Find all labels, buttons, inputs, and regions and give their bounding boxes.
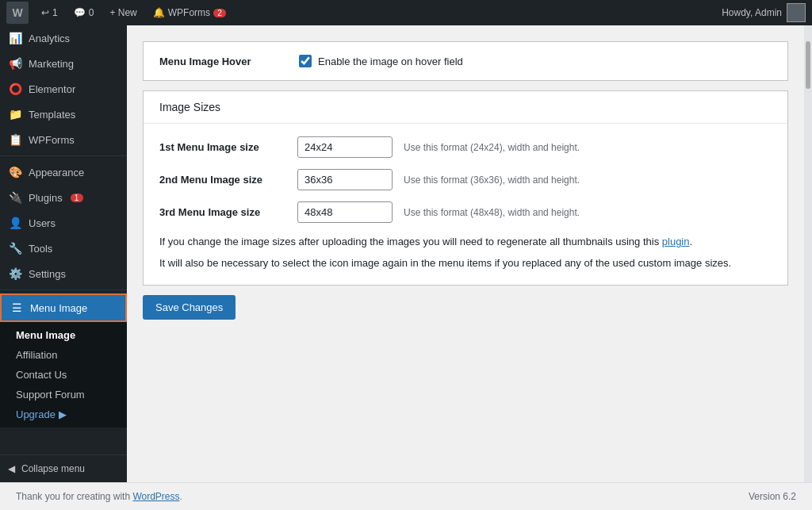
footer-version: Version 6.2	[749, 491, 796, 502]
sidebar-item-marketing-label: Marketing	[29, 58, 74, 70]
field-label-1: 1st Menu Image size	[159, 141, 286, 153]
sidebar-item-appearance[interactable]: 🎨 Appearance	[0, 159, 127, 185]
templates-icon: 📁	[8, 108, 22, 121]
plugin-link[interactable]: plugin	[662, 236, 690, 247]
sidebar-item-settings-label: Settings	[29, 268, 66, 280]
sidebar-item-menu-image[interactable]: ☰ Menu Image	[0, 293, 127, 322]
elementor-icon: ⭕	[8, 82, 22, 95]
submenu-menu-image-label: Menu Image	[16, 329, 75, 341]
content-area: Menu Image Hover Enable the image on hov…	[127, 25, 804, 482]
top-bar: W ↩ 1 💬 0 + New 🔔 WPForms 2 Howdy, Admin	[0, 0, 812, 25]
notice-line1: If you change the image sizes after uplo…	[159, 236, 662, 247]
marketing-icon: 📢	[8, 57, 22, 70]
sidebar-sep-2	[0, 290, 127, 290]
hover-label: Menu Image Hover	[159, 56, 286, 67]
collapse-icon: ◀	[8, 463, 15, 474]
sidebar-item-marketing[interactable]: 📢 Marketing	[0, 51, 127, 76]
appearance-icon: 🎨	[8, 166, 22, 178]
field-input-1[interactable]: 24x24	[297, 136, 393, 158]
sidebar-item-analytics-label: Analytics	[29, 33, 70, 44]
menu-image-icon: ☰	[10, 301, 24, 314]
field-input-3[interactable]: 48x48	[297, 201, 393, 223]
sidebar-item-wpforms-label: WPForms	[29, 134, 75, 146]
wordpress-link[interactable]: WordPress	[132, 491, 179, 502]
sidebar-item-menu-image-label: Menu Image	[30, 302, 87, 314]
avatar	[787, 3, 806, 22]
footer-text: Thank you for creating with WordPress.	[16, 491, 182, 502]
submenu-item-contact-us[interactable]: Contact Us	[0, 365, 127, 385]
field-hint-1: Use this format (24x24), width and heigh…	[404, 142, 580, 153]
sidebar-item-elementor-label: Elementor	[29, 83, 75, 95]
wp-logo[interactable]: W	[6, 2, 29, 24]
submenu-support-forum-label: Support Forum	[16, 389, 85, 401]
new-button[interactable]: + New	[106, 7, 140, 18]
sidebar-item-appearance-label: Appearance	[29, 167, 84, 178]
sidebar-item-templates[interactable]: 📁 Templates	[0, 102, 127, 127]
wpforms-icon: 🔔	[153, 7, 165, 18]
image-sizes-title: Image Sizes	[159, 101, 220, 113]
submenu-contact-us-label: Contact Us	[16, 369, 67, 381]
sidebar-item-wpforms[interactable]: 📋 WPForms	[0, 127, 127, 152]
tools-icon: 🔧	[8, 242, 22, 255]
sidebar-item-analytics[interactable]: 📊 Analytics	[0, 25, 127, 51]
field-input-2[interactable]: 36x36	[297, 169, 393, 190]
image-sizes-section: Image Sizes 1st Menu Image size 24x24 Us…	[143, 90, 788, 286]
wpforms-item[interactable]: 🔔 WPForms 2	[150, 7, 229, 18]
wpforms-sidebar-icon: 📋	[8, 133, 22, 146]
submenu-item-support-forum[interactable]: Support Forum	[0, 385, 127, 405]
scrollbar-thumb	[806, 41, 810, 89]
settings-icon: ⚙️	[8, 267, 22, 280]
field-row-2: 2nd Menu Image size 36x36 Use this forma…	[159, 169, 772, 190]
sidebar-item-elementor[interactable]: ⭕ Elementor	[0, 76, 127, 102]
submenu-item-menu-image[interactable]: Menu Image	[0, 325, 127, 345]
save-changes-button[interactable]: Save Changes	[143, 295, 236, 320]
sidebar-submenu: Menu Image Affiliation Contact Us Suppor…	[0, 322, 127, 428]
sidebar-item-plugins[interactable]: 🔌 Plugins 1	[0, 185, 127, 210]
upgrade-arrow-icon: ▶	[59, 408, 67, 420]
image-sizes-heading: Image Sizes	[144, 91, 787, 124]
comments-item[interactable]: 💬 0	[71, 7, 98, 18]
field-row-1: 1st Menu Image size 24x24 Use this forma…	[159, 136, 772, 158]
submenu-upgrade-label: Upgrade	[16, 408, 56, 420]
users-icon: 👤	[8, 217, 22, 229]
wpforms-label: WPForms	[168, 7, 210, 18]
plugins-icon: 🔌	[8, 191, 22, 204]
hover-row: Menu Image Hover Enable the image on hov…	[143, 41, 788, 81]
analytics-icon: 📊	[8, 32, 22, 44]
hover-checkbox-wrap: Enable the image on hover field	[299, 55, 463, 67]
field-hint-2: Use this format (36x36), width and heigh…	[404, 174, 580, 186]
field-row-3: 3rd Menu Image size 48x48 Use this forma…	[159, 201, 772, 223]
notice-text-1: If you change the image sizes after uplo…	[159, 234, 772, 251]
submenu-item-affiliation[interactable]: Affiliation	[0, 345, 127, 365]
submenu-affiliation-label: Affiliation	[16, 349, 58, 361]
revisions-icon: ↩	[41, 7, 49, 18]
comments-count: 0	[89, 7, 94, 18]
sidebar-item-tools[interactable]: 🔧 Tools	[0, 236, 127, 261]
wpforms-badge: 2	[213, 9, 226, 17]
collapse-menu-button[interactable]: ◀ Collapse menu	[0, 454, 127, 482]
howdy-text: Howdy, Admin	[722, 7, 782, 18]
image-sizes-body: 1st Menu Image size 24x24 Use this forma…	[144, 124, 787, 285]
footer: Thank you for creating with WordPress. V…	[0, 482, 812, 510]
comments-icon: 💬	[74, 7, 86, 18]
hover-checkbox-text: Enable the image on hover field	[318, 56, 463, 67]
thank-you-text: Thank you for creating with	[16, 491, 132, 502]
field-label-3: 3rd Menu Image size	[159, 206, 286, 218]
sidebar-item-users-label: Users	[29, 217, 56, 229]
sidebar-item-tools-label: Tools	[29, 243, 52, 255]
hover-checkbox[interactable]	[299, 55, 312, 67]
plugins-badge: 1	[71, 194, 83, 202]
howdy-section: Howdy, Admin	[722, 3, 806, 22]
sidebar-item-users[interactable]: 👤 Users	[0, 210, 127, 236]
field-label-2: 2nd Menu Image size	[159, 174, 286, 186]
revisions-item[interactable]: ↩ 1	[38, 7, 61, 18]
menu-image-wrapper: ☰ Menu Image ←	[0, 293, 127, 322]
sidebar-item-plugins-label: Plugins	[29, 192, 63, 204]
scrollbar[interactable]	[804, 25, 812, 482]
notice-period: .	[689, 236, 692, 247]
sidebar-sep-1	[0, 155, 127, 156]
submenu-item-upgrade[interactable]: Upgrade ▶	[0, 405, 127, 424]
field-hint-3: Use this format (48x48), width and heigh…	[404, 207, 580, 218]
sidebar-item-settings[interactable]: ⚙️ Settings	[0, 261, 127, 286]
sidebar: 📊 Analytics 📢 Marketing ⭕ Elementor 📁 Te…	[0, 25, 127, 482]
